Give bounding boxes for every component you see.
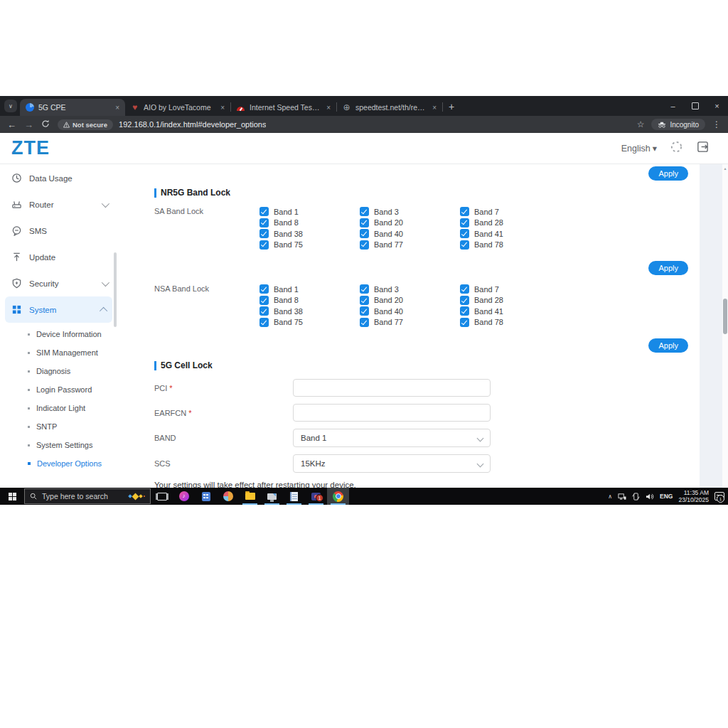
band-checkbox-item[interactable]: Band 78 <box>460 318 560 327</box>
band-checkbox-item[interactable]: Band 7 <box>460 207 560 216</box>
file-explorer-button[interactable] <box>239 488 261 505</box>
band-checkbox-item[interactable]: Band 1 <box>259 284 360 294</box>
band-select[interactable]: Band 1 <box>293 429 491 447</box>
close-window-button[interactable]: × <box>706 96 728 116</box>
network-icon[interactable] <box>618 493 626 500</box>
checkbox-checked-icon[interactable] <box>460 318 469 327</box>
checkbox-checked-icon[interactable] <box>460 218 469 228</box>
start-button[interactable] <box>0 488 24 505</box>
checkbox-checked-icon[interactable] <box>259 306 269 316</box>
checkbox-checked-icon[interactable] <box>360 240 369 250</box>
submenu-item[interactable]: System Settings <box>0 436 117 454</box>
pci-input[interactable] <box>293 379 491 397</box>
tray-chevron-up-icon[interactable]: ∧ <box>608 493 612 500</box>
submenu-item[interactable]: Login Password <box>0 380 117 399</box>
band-checkbox-item[interactable]: Band 77 <box>360 318 460 327</box>
checkbox-checked-icon[interactable] <box>460 306 469 316</box>
checkbox-checked-icon[interactable] <box>460 240 469 250</box>
tab-fastcom[interactable]: Internet Speed Test | Fast.com × <box>231 99 336 116</box>
url-text[interactable]: 192.168.0.1/index.html#developer_options <box>119 120 266 129</box>
band-checkbox-item[interactable]: Band 38 <box>259 229 360 238</box>
checkbox-checked-icon[interactable] <box>360 296 369 305</box>
taskbar-search[interactable]: Type here to search <box>24 488 151 504</box>
reload-icon[interactable] <box>41 119 50 129</box>
action-center-icon[interactable]: 1 <box>714 492 724 500</box>
calculator-button[interactable] <box>195 488 217 505</box>
earfcn-input[interactable] <box>293 404 491 422</box>
band-checkbox-item[interactable]: Band 77 <box>360 240 460 250</box>
band-checkbox-item[interactable]: Band 28 <box>460 296 560 305</box>
task-view-button[interactable] <box>151 488 173 505</box>
sidebar-item-security[interactable]: Security <box>0 270 117 296</box>
band-checkbox-item[interactable]: Band 8 <box>259 218 360 228</box>
back-icon[interactable]: ← <box>7 120 16 129</box>
camera-app-button[interactable]: 1 <box>305 488 327 505</box>
forward-icon[interactable]: → <box>24 120 33 129</box>
tab-aio[interactable]: ♥ AIO by LoveTacome × <box>125 99 230 116</box>
checkbox-checked-icon[interactable] <box>460 229 469 238</box>
scrollbar-up-icon[interactable]: ▴ <box>722 166 728 171</box>
submenu-item[interactable]: SIM Management <box>0 343 117 362</box>
minimize-button[interactable]: – <box>662 96 684 116</box>
address-bar[interactable]: Not secure 192.168.0.1/index.html#develo… <box>58 119 629 130</box>
notepad-button[interactable] <box>283 488 305 505</box>
sidebar-item-router[interactable]: Router <box>0 191 117 218</box>
language-indicator[interactable]: ENG <box>660 493 673 500</box>
submenu-item[interactable]: Diagnosis <box>0 362 117 380</box>
band-checkbox-item[interactable]: Band 3 <box>360 284 460 294</box>
checkbox-checked-icon[interactable] <box>460 207 469 216</box>
tab-search-button[interactable]: ∨ <box>4 100 17 112</box>
remote-desktop-button[interactable] <box>261 488 283 505</box>
checkbox-checked-icon[interactable] <box>259 240 269 250</box>
submenu-item[interactable]: Indicator Light <box>0 399 117 417</box>
submenu-item[interactable]: SNTP <box>0 417 117 436</box>
checkbox-checked-icon[interactable] <box>259 218 269 228</box>
band-checkbox-item[interactable]: Band 20 <box>360 296 460 305</box>
checkbox-checked-icon[interactable] <box>259 284 269 294</box>
submenu-item[interactable]: Developer Options <box>0 454 117 473</box>
band-checkbox-item[interactable]: Band 75 <box>259 240 360 250</box>
close-tab-icon[interactable]: × <box>220 104 225 112</box>
band-checkbox-item[interactable]: Band 3 <box>360 207 460 216</box>
checkbox-checked-icon[interactable] <box>259 207 269 216</box>
checkbox-checked-icon[interactable] <box>360 229 369 238</box>
band-checkbox-item[interactable]: Band 40 <box>360 306 460 316</box>
submenu-item[interactable]: Device Information <box>0 325 117 343</box>
security-chip[interactable]: Not secure <box>58 119 113 130</box>
checkbox-checked-icon[interactable] <box>360 318 369 327</box>
close-tab-icon[interactable]: × <box>326 104 331 112</box>
band-checkbox-item[interactable]: Band 28 <box>460 218 560 228</box>
band-checkbox-item[interactable]: Band 8 <box>259 296 360 305</box>
checkbox-checked-icon[interactable] <box>360 218 369 228</box>
sidebar-item-sms[interactable]: SMS <box>0 218 117 244</box>
sidebar-item-update[interactable]: Update <box>0 244 117 270</box>
checkbox-checked-icon[interactable] <box>259 229 269 238</box>
checkbox-checked-icon[interactable] <box>360 306 369 316</box>
band-checkbox-item[interactable]: Band 40 <box>360 229 460 238</box>
logout-icon[interactable] <box>696 140 710 156</box>
band-checkbox-item[interactable]: Band 1 <box>259 207 360 216</box>
scs-select[interactable]: 15KHz <box>293 454 491 473</box>
sidebar-item-system[interactable]: System <box>5 296 112 323</box>
new-tab-button[interactable]: + <box>449 101 454 112</box>
checkbox-checked-icon[interactable] <box>460 284 469 294</box>
sidebar-item-data-usage[interactable]: Data Usage <box>0 165 117 191</box>
apply-button[interactable]: Apply <box>648 166 688 181</box>
band-checkbox-item[interactable]: Band 78 <box>460 240 560 250</box>
apply-button[interactable]: Apply <box>648 338 688 353</box>
tab-5g-cpe[interactable]: 5G CPE × <box>20 99 125 116</box>
close-tab-icon[interactable]: × <box>114 104 120 112</box>
scrollbar-thumb[interactable] <box>723 299 727 334</box>
volume-icon[interactable] <box>646 493 654 500</box>
band-checkbox-item[interactable]: Band 41 <box>460 306 560 316</box>
tab-speedtest[interactable]: ⊕ speedtest.net/th/result/183834 × <box>337 99 442 116</box>
band-checkbox-item[interactable]: Band 38 <box>259 306 360 316</box>
paint-button[interactable] <box>217 488 239 505</box>
page-scrollbar[interactable]: ▴ <box>722 164 728 488</box>
band-checkbox-item[interactable]: Band 41 <box>460 229 560 238</box>
bookmark-star-icon[interactable]: ☆ <box>637 119 645 129</box>
apply-button[interactable]: Apply <box>648 261 688 275</box>
band-checkbox-item[interactable]: Band 7 <box>460 284 560 294</box>
band-checkbox-item[interactable]: Band 20 <box>360 218 460 228</box>
checkbox-checked-icon[interactable] <box>259 318 269 327</box>
